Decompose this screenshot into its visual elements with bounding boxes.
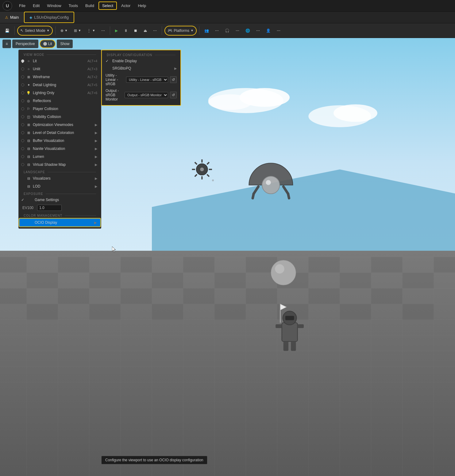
viewmode-lumen[interactable]: ⊟ Lumen ▶ [19,153,101,161]
visibility-radio [21,115,24,118]
extra-icon: ⋯ [153,29,157,33]
nanite-icon: ⊟ [26,146,31,151]
viewmode-optimization[interactable]: ⊞ Optimization Viewmodes ▶ [19,121,101,129]
menu-item-file[interactable]: File [16,2,29,9]
snap-btn[interactable]: ⋮▼ [85,26,98,36]
menu-item-edit[interactable]: Edit [30,2,43,9]
users-button[interactable]: 👥 [202,26,211,36]
svg-rect-42 [89,273,121,288]
viewmode-visibility-collision[interactable]: ◫ Visibility Collision [19,113,101,121]
menu-item-select[interactable]: Select [98,2,117,10]
ev100-input[interactable] [37,205,62,211]
save-button[interactable]: 💾 [2,26,12,36]
viewmode-unlit[interactable]: ○ Unlit ALT+3 [19,65,101,73]
nanite-label: Nanite Visualization [33,147,93,151]
play-button[interactable]: ▶ [113,26,120,36]
lumen-arrow: ▶ [95,155,97,159]
svg-rect-87 [291,341,296,351]
viewport-toggle-btn[interactable]: ≡ [2,40,11,48]
vsm-label: Virtual Shadow Map [33,162,93,167]
view-mode-dropdown: VIEW MODE ● ○ Lit ALT+4 ○ Unlit ALT+3 ⊞ … [18,50,101,229]
eject-button[interactable]: ⏏ [141,26,149,36]
lit-btn[interactable]: Lit [40,40,56,48]
svg-rect-52 [246,288,277,304]
lod-arrow: ▶ [95,131,97,135]
svg-point-74 [266,180,271,185]
nanite-arrow: ▶ [95,147,97,151]
menu-item-build[interactable]: Build [82,2,97,9]
svg-rect-61 [403,304,434,320]
select-mode-button[interactable]: ↖ Select Mode ▼ [17,26,53,36]
svg-line-77 [253,194,254,198]
pause-button[interactable]: ⏸ [121,26,130,36]
utility-select[interactable]: Utility - Linear - sRGB [126,77,168,83]
svg-rect-53 [308,288,340,304]
menu-item-help[interactable]: Help [135,2,149,9]
lod2-icon: ⊟ [26,184,31,189]
transform-icon-1: ⊕ [60,29,64,33]
menu-item-tools[interactable]: Tools [66,2,81,9]
landscape-lod[interactable]: ⊟ LOD ▶ [19,182,101,190]
lod-radio [21,131,24,134]
app-logo[interactable]: U [2,1,12,11]
svg-point-72 [212,179,214,181]
lod2-arrow: ▶ [95,185,97,188]
settings-btn-1[interactable]: ⋯ [213,26,221,36]
buffer-label: Buffer Visualization [33,139,93,143]
transform-btn-1[interactable]: ⊕▼ [58,26,70,36]
settings-btn-2[interactable]: ⋯ [233,26,242,36]
svg-rect-33 [0,257,27,273]
platforms-button[interactable]: 🎮 Platforms ▼ [164,26,197,36]
viewmode-lod-coloration[interactable]: ⊞ Level of Detail Coloration ▶ [19,129,101,137]
lumen-radio [21,155,24,158]
tab-lsundisplayconfig[interactable]: ◈ LSUnDisplayConfig [24,12,74,23]
show-btn[interactable]: Show [57,40,73,48]
svg-rect-39 [371,257,402,273]
viewmode-detail-lighting[interactable]: ✦ Detail Lighting ALT+5 [19,81,101,89]
headset-icon: 🎧 [225,29,229,33]
viewmode-lit[interactable]: ● ○ Lit ALT+4 [19,57,101,65]
viewmode-vsm[interactable]: ⊟ Virtual Shadow Map ▶ [19,161,101,169]
viewmode-player-collision[interactable]: ⚐ Player Collision [19,105,101,113]
settings-btn-4[interactable]: ⋯ [274,26,283,36]
headset-button[interactable]: 🎧 [222,26,232,36]
svg-point-5 [208,94,252,110]
svg-point-7 [334,104,377,122]
srgb-row[interactable]: SRGBtoPQ ▶ [102,65,180,72]
viewmode-wireframe[interactable]: ⊞ Wireframe ALT+2 [19,73,101,81]
enable-display-row[interactable]: ✓ Enable Display [102,57,180,65]
snap-icon: ⋮ [87,29,91,33]
transform-btn-2[interactable]: ⊞▼ [71,26,84,36]
viewmode-buffer[interactable]: ⊟ Buffer Visualization ▶ [19,137,101,145]
viewport[interactable]: ≡ Perspective Lit Show VIEW MODE ● ○ Lit… [0,38,455,476]
output-reset-icon: ↺ [172,93,175,97]
svg-rect-38 [308,257,340,273]
stop-button[interactable]: ⏹ [131,26,140,36]
tab-main[interactable]: ⚠ Main [0,12,24,23]
more-btn[interactable]: ⋯ [99,26,107,36]
network-button[interactable]: 🌐 [243,26,253,36]
user-button[interactable]: 👤 [264,26,273,36]
perspective-btn[interactable]: Perspective [12,40,38,48]
vsm-arrow: ▶ [95,163,97,167]
viewmode-lighting-only[interactable]: 💡 Lighting Only ALT+6 [19,89,101,97]
toolbar-divider-1 [14,26,15,35]
svg-text:U: U [6,3,9,8]
lighting-icon: 💡 [26,90,31,95]
extra-btn[interactable]: ⋯ [151,26,159,36]
output-reset-btn[interactable]: ↺ [170,92,177,98]
ocio-display-item[interactable]: OCIO Display ▶ [19,218,101,227]
transform-dropdown-1: ▼ [65,29,68,32]
utility-reset-icon: ↺ [172,78,175,82]
landscape-visualizers[interactable]: ⊟ Visualizers ▶ [19,174,101,182]
cursor-indicator [112,246,115,249]
menu-item-window[interactable]: Window [44,2,64,9]
viewmode-nanite[interactable]: ⊟ Nanite Visualization ▶ [19,145,101,153]
utility-reset-btn[interactable]: ↺ [170,76,177,83]
menu-item-actor[interactable]: Actor [118,2,133,9]
output-select[interactable]: Output - sRGB Monitor [125,92,168,98]
settings-btn-3[interactable]: ⋯ [254,26,262,36]
svg-rect-34 [58,257,89,273]
exposure-game-settings[interactable]: ✓ Game Settings [19,196,101,204]
viewmode-reflections[interactable]: ◎ Reflections [19,97,101,105]
